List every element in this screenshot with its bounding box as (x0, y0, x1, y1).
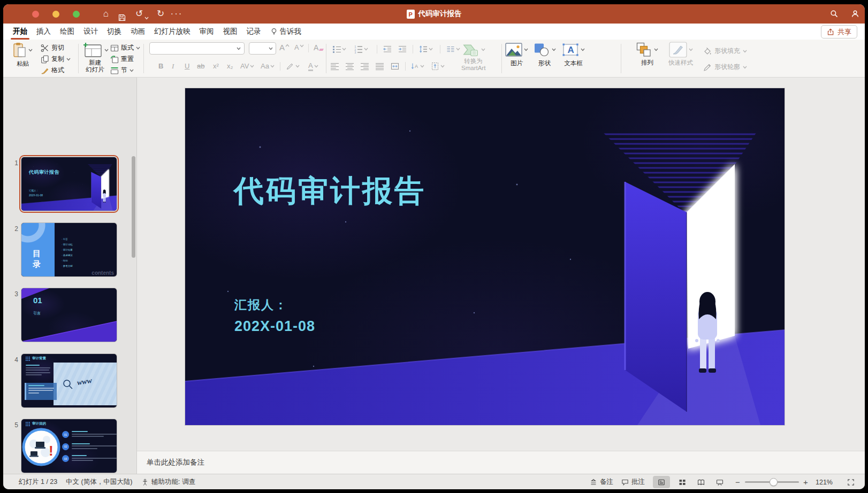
format-painter-button[interactable]: 格式 (41, 65, 64, 75)
tab-view[interactable]: 视图 (223, 24, 238, 40)
font-name-combobox[interactable] (149, 42, 245, 55)
undo-chevron-icon[interactable] (144, 12, 149, 22)
reset-button[interactable]: 重置 (110, 54, 134, 64)
distribute-button[interactable] (391, 61, 399, 71)
zoom-slider-thumb[interactable] (770, 478, 778, 486)
layout-button[interactable]: 版式 (110, 43, 140, 53)
font-name-input[interactable] (150, 43, 237, 54)
superscript-button[interactable]: x² (213, 61, 219, 71)
close-button[interactable] (32, 11, 39, 18)
panel-scrollbar[interactable] (132, 156, 135, 258)
increase-indent-button[interactable] (398, 44, 407, 54)
tab-transitions[interactable]: 切换 (107, 24, 121, 40)
font-size-combobox[interactable] (249, 42, 276, 55)
bold-button[interactable]: B (158, 61, 163, 71)
language-indicator[interactable]: 中文 (简体，中国大陆) (66, 474, 132, 489)
columns-button[interactable] (446, 44, 460, 54)
normal-view-button[interactable] (653, 476, 670, 488)
slide-sorter-view-button[interactable] (674, 476, 691, 488)
notes-pane[interactable]: 单击此处添加备注 (137, 451, 865, 474)
tab-animations[interactable]: 动画 (131, 24, 145, 40)
strikethrough-button[interactable]: ab (197, 61, 204, 71)
tab-record[interactable]: 记录 (247, 24, 261, 40)
slide-presenter[interactable]: 汇报人： (234, 297, 288, 313)
underline-button[interactable]: U (185, 61, 189, 71)
comments-toggle[interactable]: 批注 (621, 474, 645, 489)
arrange-button[interactable]: 排列 (636, 42, 658, 66)
tab-tellme[interactable]: 告诉我 (270, 24, 302, 40)
cut-button[interactable]: 剪切 (41, 43, 64, 53)
section-button[interactable]: 节 (110, 65, 134, 75)
change-case-button[interactable]: Aa (261, 61, 275, 71)
highlight-button[interactable] (286, 61, 300, 71)
slide-thumbnail-2[interactable]: 目 录 · 引言 · 审计过程 · 审计结果 · 改进建议 · 结论 · 参考文… (21, 223, 117, 276)
shape-outline-button[interactable]: 形状轮廓 (703, 62, 747, 72)
slide-date[interactable]: 202X-01-08 (234, 318, 315, 335)
zoom-percent[interactable]: 121% (816, 474, 833, 489)
zoom-slider-track[interactable] (745, 481, 799, 483)
undo-icon[interactable]: ↺ (133, 4, 146, 24)
zoom-in-button[interactable]: + (803, 474, 808, 489)
chevron-down-icon (456, 48, 460, 51)
numbering-button[interactable] (354, 44, 368, 54)
fit-to-window-button[interactable] (842, 476, 859, 488)
home-icon[interactable]: ⌂ (100, 4, 112, 24)
new-slide-button[interactable]: 新建 幻灯片 (81, 42, 109, 73)
quick-styles-button[interactable]: 快速样式 (668, 42, 693, 66)
clear-formatting-button[interactable]: A (314, 42, 323, 52)
convert-to-smartart-button[interactable]: 转换为 SmartArt (461, 42, 485, 72)
justify-button[interactable] (376, 61, 384, 71)
font-color-button[interactable]: A (308, 61, 318, 71)
slideshow-button[interactable] (711, 476, 728, 488)
tab-insert[interactable]: 插入 (36, 24, 51, 40)
grow-font-button[interactable]: A (279, 42, 290, 52)
maximize-button[interactable] (73, 11, 80, 18)
notes-toggle[interactable]: 备注 (590, 474, 613, 489)
save-icon[interactable] (116, 4, 128, 24)
zoom-out-button[interactable]: − (735, 474, 740, 489)
character-spacing-button[interactable]: AV (240, 61, 254, 71)
bullets-button[interactable] (333, 44, 346, 54)
shape-fill-button[interactable]: 形状填充 (703, 46, 747, 56)
align-text-vertical-button[interactable] (431, 61, 445, 71)
shrink-font-button[interactable]: A (294, 42, 304, 52)
paste-button[interactable]: 粘贴 (13, 42, 33, 67)
slide-thumbnail-1[interactable]: 代码审计报告 汇报人： 202X-01-08 (21, 157, 117, 211)
share-button[interactable]: 共享 (821, 25, 857, 38)
slide-thumbnail-5[interactable]: 审计目的 ! 01 02 03 (21, 419, 117, 473)
subscript-button[interactable]: x₂ (227, 61, 233, 71)
columns-icon (446, 45, 455, 53)
slide-title[interactable]: 代码审计报告 (234, 171, 427, 212)
reading-view-button[interactable] (692, 476, 710, 488)
text-direction-button[interactable] (410, 61, 424, 71)
tab-draw[interactable]: 绘图 (60, 24, 74, 40)
more-toolbar-icon[interactable]: ··· (170, 4, 183, 24)
line-spacing-button[interactable] (419, 44, 433, 54)
account-icon[interactable] (851, 10, 859, 20)
titlebar: ⌂ ↺ ↻ ··· P 代码审计报告 (3, 4, 865, 24)
search-icon[interactable] (830, 10, 839, 20)
slide-editor[interactable]: 代码审计报告 汇报人： 202X-01-08 (185, 88, 785, 425)
align-center-button[interactable] (346, 61, 354, 71)
align-right-button[interactable] (361, 61, 369, 71)
decrease-indent-button[interactable] (383, 44, 392, 54)
tab-home[interactable]: 开始 (13, 24, 27, 40)
slide-thumbnail-3[interactable]: 01 引言 (21, 288, 117, 342)
zoom-slider[interactable] (745, 474, 799, 489)
tab-design[interactable]: 设计 (83, 24, 98, 40)
textbox-button[interactable]: 文本框 (562, 43, 585, 67)
slide-thumbnail-4[interactable]: 审计背景 www (21, 354, 117, 407)
font-size-input[interactable] (249, 43, 269, 54)
minimize-button[interactable] (52, 11, 59, 18)
align-left-button[interactable] (331, 61, 339, 71)
picture-button[interactable]: 图片 (505, 43, 528, 67)
italic-button[interactable]: I (172, 61, 174, 71)
accessibility-status[interactable]: 辅助功能: 调查 (141, 474, 195, 489)
tab-review[interactable]: 审阅 (200, 24, 214, 40)
thumb1-date: 202X-01-08 (29, 194, 43, 197)
scissors-icon (41, 44, 49, 52)
copy-button[interactable]: 复制 (41, 54, 71, 64)
shapes-button[interactable]: 形状 (533, 43, 556, 67)
redo-icon[interactable]: ↻ (154, 4, 167, 24)
tab-slideshow[interactable]: 幻灯片放映 (154, 24, 191, 40)
